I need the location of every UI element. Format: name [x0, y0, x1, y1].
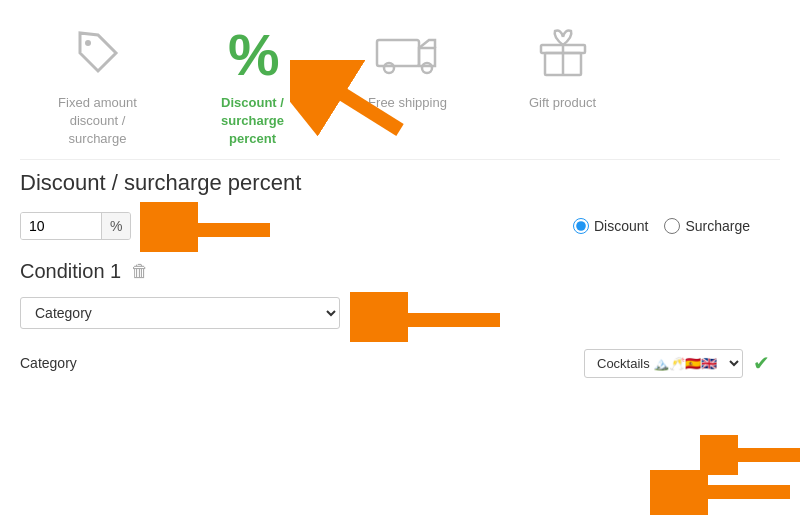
gift-icon [528, 18, 598, 88]
svg-point-0 [85, 40, 91, 46]
trash-icon[interactable]: 🗑 [131, 261, 149, 282]
arrow-to-category-check [700, 435, 800, 475]
icon-item-fixed-amount[interactable]: Fixed amount discount / surcharge [20, 10, 175, 149]
radio-discount-label: Discount [594, 218, 648, 234]
category-select-wrap: Cocktails 🏔️🥂🇪🇸🇬🇧 ✔ [584, 349, 780, 378]
percent-input-wrap: % [20, 212, 131, 240]
category-check-icon[interactable]: ✔ [753, 351, 770, 375]
arrow-to-category-check-abs [650, 470, 800, 515]
radio-discount[interactable]: Discount [573, 218, 648, 234]
svg-rect-2 [377, 40, 419, 66]
arrow-to-check [140, 202, 280, 252]
icon-item-gift-product[interactable]: Gift product [485, 10, 640, 112]
icon-label-gift-product: Gift product [529, 94, 596, 112]
icon-type-row: Fixed amount discount / surcharge % Disc… [0, 0, 800, 159]
truck-icon [373, 18, 443, 88]
input-row: % ✔ Discount Surcharge [20, 212, 780, 240]
category-select[interactable]: Cocktails 🏔️🥂🇪🇸🇬🇧 [584, 349, 743, 378]
percent-input[interactable] [21, 213, 101, 239]
category-row: Category Cocktails 🏔️🥂🇪🇸🇬🇧 ✔ [20, 349, 780, 378]
tag-icon [63, 18, 133, 88]
icon-label-discount-percent: Discount / surcharge percent [221, 94, 284, 149]
radio-surcharge-input[interactable] [664, 218, 680, 234]
condition-dropdown[interactable]: Category Product Customer group Manufact… [20, 297, 340, 329]
icon-item-discount-percent[interactable]: % Discount / surcharge percent [175, 10, 330, 149]
main-content: Discount / surcharge percent % ✔ [0, 160, 800, 388]
select-row: Category Product Customer group Manufact… [20, 297, 780, 329]
condition-title: Condition 1 [20, 260, 121, 283]
radio-group: Discount Surcharge [573, 218, 780, 234]
section-title: Discount / surcharge percent [20, 170, 780, 196]
icon-label-fixed-amount: Fixed amount discount / surcharge [58, 94, 137, 149]
category-label: Category [20, 355, 110, 371]
radio-surcharge-label: Surcharge [685, 218, 750, 234]
icon-label-free-shipping: Free shipping [368, 94, 447, 112]
svg-text:%: % [228, 23, 280, 83]
icon-item-free-shipping[interactable]: Free shipping [330, 10, 485, 112]
percent-symbol: % [101, 213, 130, 239]
condition-header: Condition 1 🗑 [20, 260, 780, 283]
radio-surcharge[interactable]: Surcharge [664, 218, 750, 234]
arrow-to-condition-check [350, 292, 510, 342]
radio-discount-input[interactable] [573, 218, 589, 234]
svg-point-4 [422, 63, 432, 73]
percent-icon: % [218, 18, 288, 88]
svg-point-3 [384, 63, 394, 73]
